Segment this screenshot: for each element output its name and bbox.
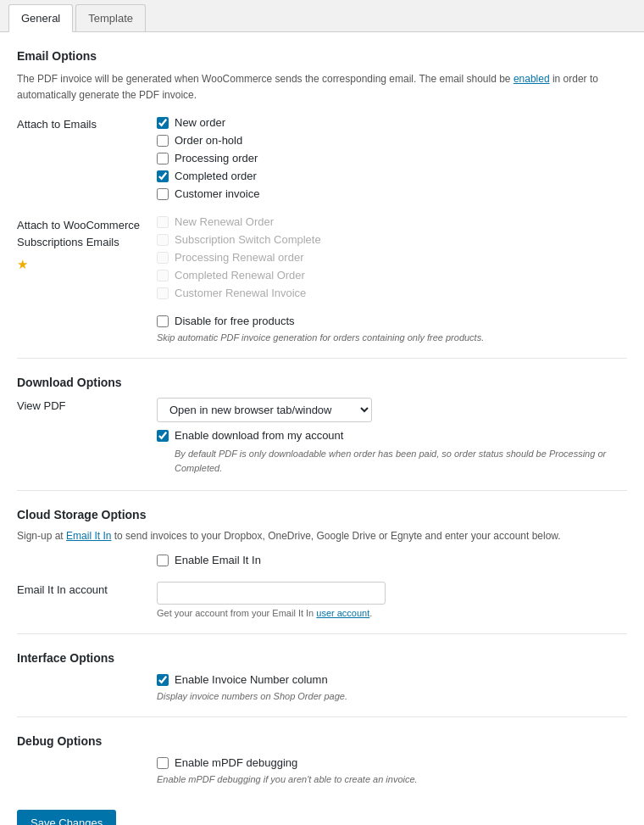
checkbox-enable-download: Enable download from my account [157,429,627,442]
attach-to-emails-row: Attach to Emails New order Order on-hold… [17,116,627,205]
checkbox-disable-free: Disable for free products [157,315,627,327]
interface-options-title: Interface Options [17,651,627,665]
interface-controls: Enable Invoice Number column Display inv… [157,673,627,701]
cloud-storage-title: Cloud Storage Options [17,508,627,521]
attach-to-emails-label: Attach to Emails [17,116,157,131]
download-options-title: Download Options [17,376,627,389]
divider-4 [17,716,627,717]
mpdf-debugging-sub: Enable mPDF debugging if you aren't able… [157,774,627,784]
email-options-title: Email Options [17,49,627,63]
disable-free-label[interactable]: Disable for free products [175,315,295,327]
star-icon: ★ [17,255,28,275]
disable-free-checkbox[interactable] [157,315,169,327]
completed-renewal-label: Completed Renewal Order [175,269,305,282]
divider-1 [17,358,627,359]
mpdf-debugging-label[interactable]: Enable mPDF debugging [175,756,297,769]
processing-order-checkbox[interactable] [157,153,169,164]
checkbox-mpdf-debugging: Enable mPDF debugging [157,756,627,769]
enable-download-block: Enable download from my account By defau… [157,429,627,475]
order-on-hold-label[interactable]: Order on-hold [175,134,242,147]
order-on-hold-checkbox[interactable] [157,135,169,147]
subscription-switch-checkbox[interactable] [157,234,169,246]
email-it-in-account-controls: Get your account from your Email It In u… [157,582,627,618]
save-button-wrapper: Save Changes [17,801,627,825]
checkbox-processing-renewal: Processing Renewal order [157,251,627,264]
view-pdf-select[interactable]: Open in new browser tab/window Download … [157,398,372,422]
processing-renewal-checkbox[interactable] [157,252,169,264]
checkbox-completed-renewal: Completed Renewal Order [157,269,627,282]
view-pdf-label: View PDF [17,398,157,412]
debug-options-title: Debug Options [17,734,627,748]
debug-options-row: Enable mPDF debugging Enable mPDF debugg… [17,756,627,784]
new-order-checkbox[interactable] [157,117,169,129]
main-content: Email Options The PDF invoice will be ge… [0,32,644,825]
email-it-in-link[interactable]: Email It In [66,530,111,542]
divider-2 [17,490,627,491]
disable-free-row: Disable for free products Skip automatic… [17,315,627,343]
processing-order-label[interactable]: Processing order [175,152,258,164]
checkbox-subscription-switch: Subscription Switch Complete [157,233,627,246]
checkbox-customer-renewal-invoice: Customer Renewal Invoice [157,287,627,299]
checkbox-new-order: New order [157,116,627,129]
attach-woo-text: Attach to WooCommerce Subscriptions Emai… [17,217,157,250]
processing-renewal-label: Processing Renewal order [175,251,303,264]
customer-invoice-label[interactable]: Customer invoice [175,187,259,200]
interface-options-row: Enable Invoice Number column Display inv… [17,673,627,701]
new-order-label[interactable]: New order [175,116,225,129]
enable-email-it-in-row: Enable Email It In [17,554,627,571]
disable-free-controls: Disable for free products Skip automatic… [157,315,627,343]
mpdf-debugging-checkbox[interactable] [157,757,169,769]
new-renewal-order-label: New Renewal Order [175,215,274,228]
enabled-link[interactable]: enabled [514,73,550,85]
checkbox-new-renewal-order: New Renewal Order [157,215,627,228]
attach-to-emails-controls: New order Order on-hold Processing order… [157,116,627,205]
email-it-in-account-row: Email It In account Get your account fro… [17,582,627,618]
cloud-storage-info: Sign-up at Email It In to send invoices … [17,530,627,542]
customer-renewal-invoice-checkbox[interactable] [157,287,169,299]
email-it-in-account-help: Get your account from your Email It In u… [157,608,627,618]
tab-template[interactable]: Template [75,4,146,31]
view-pdf-row: View PDF Open in new browser tab/window … [17,398,627,475]
enable-download-checkbox[interactable] [157,430,169,442]
attach-woo-controls: New Renewal Order Subscription Switch Co… [157,215,627,304]
new-renewal-order-checkbox[interactable] [157,216,169,228]
enable-email-it-in-spacer [17,554,157,555]
checkbox-processing-order: Processing order [157,152,627,164]
enable-email-it-in-label[interactable]: Enable Email It In [175,554,261,566]
completed-order-checkbox[interactable] [157,170,169,182]
tabs-bar: General Template [0,0,644,32]
completed-order-label[interactable]: Completed order [175,170,257,182]
debug-controls: Enable mPDF debugging Enable mPDF debugg… [157,756,627,784]
disable-free-spacer [17,315,157,316]
checkbox-completed-order: Completed order [157,170,627,182]
enable-download-label[interactable]: Enable download from my account [175,429,343,442]
disable-free-sub: Skip automatic PDF invoice generation fo… [157,332,627,343]
tab-general[interactable]: General [8,4,73,32]
save-changes-button[interactable]: Save Changes [17,810,116,825]
email-it-in-account-input[interactable] [157,582,386,605]
customer-renewal-invoice-label: Customer Renewal Invoice [175,287,306,299]
checkbox-invoice-number-column: Enable Invoice Number column [157,673,627,686]
customer-invoice-checkbox[interactable] [157,188,169,200]
email-options-info: The PDF invoice will be generated when W… [17,71,627,103]
attach-woo-row: Attach to WooCommerce Subscriptions Emai… [17,215,627,304]
interface-spacer [17,673,157,675]
debug-spacer [17,756,157,758]
enable-download-sub: By default PDF is only downloadable when… [175,447,627,475]
email-it-in-account-label: Email It In account [17,582,157,596]
checkbox-order-on-hold: Order on-hold [157,134,627,147]
invoice-number-column-label[interactable]: Enable Invoice Number column [175,673,328,686]
invoice-number-column-checkbox[interactable] [157,674,169,686]
enable-email-it-in-checkbox[interactable] [157,555,169,566]
subscription-switch-label: Subscription Switch Complete [175,233,321,246]
completed-renewal-checkbox[interactable] [157,270,169,282]
divider-3 [17,633,627,634]
enable-email-it-in-controls: Enable Email It In [157,554,627,571]
user-account-link[interactable]: user account [316,608,369,618]
attach-woo-label: Attach to WooCommerce Subscriptions Emai… [17,215,157,275]
invoice-number-column-sub: Display invoice numbers on Shop Order pa… [157,691,627,701]
checkbox-customer-invoice: Customer invoice [157,187,627,200]
view-pdf-controls: Open in new browser tab/window Download … [157,398,627,475]
checkbox-enable-email-it-in: Enable Email It In [157,554,627,566]
